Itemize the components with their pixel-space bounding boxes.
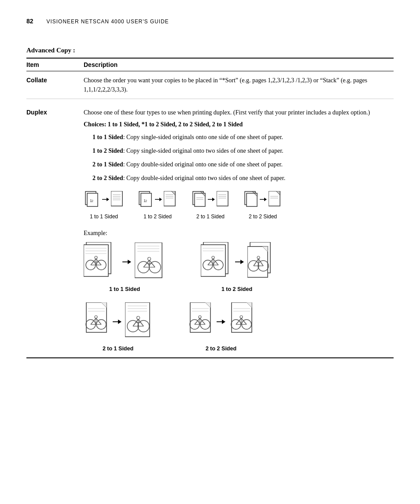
icon-group-1to1: 1 2: [84, 190, 124, 221]
table-container: Item Description Collate Choose the orde…: [26, 58, 394, 358]
icon-svg-1to1: 1 2: [84, 190, 124, 209]
duplex-item-1-bold: 1 to 2 Sided: [92, 147, 123, 154]
example-row-2: 2 to 1 Sided: [84, 302, 394, 353]
arrow-1to2: [155, 196, 162, 202]
icon-label-1to1: 1 to 1 Sided: [90, 213, 118, 221]
duplex-desc: Choose one of these four types to use wh…: [84, 108, 394, 353]
icon-label-2to2: 2 to 2 Sided: [249, 213, 277, 221]
icon-label-1to2: 1 to 2 Sided: [144, 213, 172, 221]
example-arrow-2to1: [113, 318, 122, 325]
icon-svg-1to2: 1 2: [137, 190, 178, 209]
doc-icon-1to1-src: 1 2: [84, 190, 100, 209]
icon-group-1to2: 1 2: [137, 190, 178, 221]
svg-rect-9: [111, 191, 122, 206]
svg-marker-8: [107, 198, 109, 201]
icon-label-2to1: 2 to 1 Sided: [196, 213, 225, 221]
duplex-choices: Choices: 1 to 1 Sided, *1 to 2 Sided, 2 …: [84, 120, 394, 129]
example-inner-1to1: [84, 242, 166, 282]
svg-rect-31: [195, 193, 205, 206]
doc-icon-1to1-dst: [111, 191, 124, 208]
icon-group-2to2: 2 to 2 Sided: [243, 190, 283, 221]
example-src-2to1: [84, 302, 109, 341]
example-arrow-1to1: [122, 258, 131, 265]
duplex-item-2-text: : Copy double-sided original onto one si…: [123, 161, 283, 168]
table-row-duplex: Duplex Choose one of these four types to…: [26, 103, 394, 358]
doc-icon-1to2-dst: [164, 191, 178, 208]
page-title: Visioneer Netscan 4000 User's Guide: [47, 18, 169, 25]
example-label: Example:: [84, 228, 394, 238]
svg-text:2: 2: [145, 199, 147, 202]
example-group-2to2: 2 to 2 Sided: [188, 302, 254, 353]
duplex-icons-row: 1 2: [84, 190, 394, 221]
duplex-label: Duplex: [26, 108, 84, 353]
example-group-2to1: 2 to 1 Sided: [84, 302, 152, 353]
doc-icon-1to2-src: 1 2: [137, 190, 153, 209]
svg-rect-110: [86, 302, 107, 332]
svg-rect-135: [190, 302, 210, 332]
icon-group-2to1: 2 to 1 Sided: [191, 190, 230, 221]
duplex-item-0-text: : Copy single-sided originals onto one s…: [123, 134, 283, 140]
collate-desc: Choose the order you want your copies to…: [84, 76, 394, 94]
example-dst-2to2: [229, 302, 254, 341]
example-group-1to2: 1 to 2 Sided: [201, 242, 273, 294]
example-group-1to1: 1 to 1 Sided: [84, 242, 166, 294]
example-group-label-1to2: 1 to 2 Sided: [221, 285, 252, 294]
svg-rect-148: [232, 302, 252, 332]
duplex-intro: Choose one of these four types to use wh…: [84, 108, 394, 117]
svg-marker-36: [212, 198, 215, 201]
page: 82 Visioneer Netscan 4000 User's Guide A…: [0, 0, 420, 504]
example-inner-2to1: [84, 302, 152, 341]
table-row-collate: Collate Choose the order you want your c…: [26, 71, 394, 99]
doc-icon-2to1-src: [191, 190, 206, 209]
example-inner-1to2: [201, 242, 273, 282]
icon-svg-2to2: [243, 190, 283, 209]
svg-marker-122: [118, 320, 122, 324]
arrow-1to1: [102, 196, 109, 202]
col-desc-header: Description: [84, 61, 394, 68]
icon-svg-2to1: [191, 190, 230, 209]
page-header: 82 Visioneer Netscan 4000 User's Guide: [26, 18, 394, 25]
svg-marker-70: [128, 260, 131, 264]
duplex-item-2-bold: 2 to 1 Sided: [92, 161, 123, 168]
duplex-item-3-text: : Copy double-sided original onto two si…: [123, 175, 286, 181]
doc-icon-2to2-src: [243, 190, 258, 209]
doc-icon-2to1-dst: [217, 191, 230, 208]
svg-marker-48: [264, 198, 267, 201]
example-dst-2to1: [125, 302, 152, 341]
example-dst-1to1: [135, 243, 166, 281]
svg-marker-147: [222, 320, 225, 324]
duplex-item-2: 2 to 1 Sided: Copy double-sided original…: [92, 160, 394, 169]
example-group-label-2to2: 2 to 2 Sided: [206, 345, 236, 353]
example-group-label-1to1: 1 to 1 Sided: [109, 285, 140, 294]
collate-label: Collate: [26, 76, 84, 94]
doc-icon-2to2-dst: [269, 191, 283, 208]
example-src-1to2: [201, 242, 232, 282]
page-number: 82: [26, 18, 33, 25]
duplex-item-1: 1 to 2 Sided: Copy single-sided original…: [92, 146, 394, 155]
table-header-row: Item Description: [26, 58, 394, 71]
duplex-item-0-bold: 1 to 1 Sided: [92, 134, 123, 140]
example-dst-1to2: [247, 242, 273, 282]
svg-rect-45: [247, 193, 257, 206]
svg-rect-37: [217, 191, 228, 206]
example-inner-2to2: [188, 302, 254, 341]
section-heading: Advanced Copy :: [26, 47, 394, 54]
arrow-2to1: [208, 196, 215, 202]
svg-marker-97: [240, 260, 244, 264]
example-row-1: 1 to 1 Sided: [84, 242, 394, 294]
duplex-item-1-text: : Copy single-sided original onto two si…: [123, 147, 284, 154]
duplex-item-3-bold: 2 to 2 Sided: [92, 175, 123, 181]
svg-marker-21: [159, 198, 162, 201]
duplex-item-3: 2 to 2 Sided: Copy double-sided original…: [92, 173, 394, 183]
example-arrow-1to2: [235, 258, 244, 265]
svg-text:2: 2: [92, 199, 93, 202]
example-arrow-2to2: [217, 318, 225, 325]
example-src-2to2: [188, 302, 213, 341]
example-src-1to1: [84, 242, 119, 282]
col-item-header: Item: [26, 61, 84, 68]
duplex-item-0: 1 to 1 Sided: Copy single-sided original…: [92, 132, 394, 142]
example-group-label-2to1: 2 to 1 Sided: [103, 345, 133, 353]
arrow-2to2: [260, 196, 267, 202]
